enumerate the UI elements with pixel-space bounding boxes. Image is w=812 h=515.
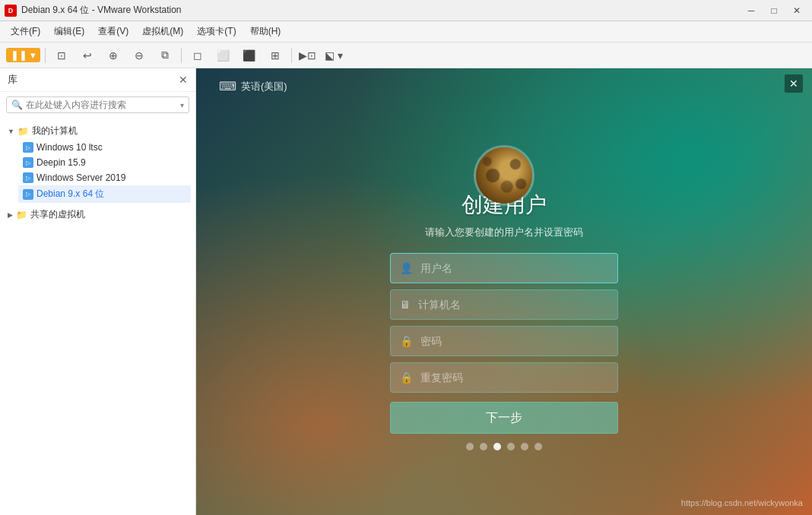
vm-label-win10: Windows 10 ltsc [36, 142, 103, 153]
shared-folder-icon: 📁 [16, 210, 27, 220]
vm-label-deepin: Deepin 15.9 [36, 157, 86, 168]
my-computer-label: 我的计算机 [32, 125, 78, 137]
vm-icon-winserver: ▷ [23, 172, 33, 183]
vm-close-button[interactable]: ✕ [785, 74, 803, 93]
shared-vms-header[interactable]: ▶ 📁 共享的虚拟机 [5, 206, 191, 223]
username-input[interactable] [420, 262, 608, 274]
toolbar-btn-snapshot[interactable]: ⊕ [102, 46, 125, 65]
dot-5 [521, 443, 528, 450]
lock-icon-2: 🔒 [400, 371, 413, 384]
menu-file[interactable]: 文件(F) [5, 23, 46, 40]
repeat-password-field[interactable]: 🔒 [390, 362, 618, 393]
avatar [474, 145, 534, 206]
toolbar-btn-send-keys[interactable]: ↩ [76, 46, 99, 65]
dot-4 [507, 443, 515, 450]
search-dropdown-icon[interactable]: ▾ [180, 101, 184, 109]
vm-label-debian: Debian 9.x 64 位 [36, 188, 104, 201]
toolbar-sep-3 [291, 48, 292, 63]
dot-3 [493, 443, 501, 450]
maximize-button[interactable]: □ [763, 2, 785, 19]
library-panel: 库 ✕ 🔍 ▾ ▼ 📁 我的计算机 ▷ Windows 10 ltsc [0, 68, 196, 515]
toolbar-btn-fullscreen[interactable]: ◻ [186, 46, 209, 65]
dot-2 [480, 443, 487, 450]
password-field[interactable]: 🔒 [390, 326, 618, 356]
repeat-password-input[interactable] [420, 371, 608, 384]
menu-view[interactable]: 查看(V) [92, 23, 135, 40]
toolbar-btn-more[interactable]: ⬕ ▾ [322, 46, 345, 65]
search-icon: 🔍 [11, 100, 23, 110]
vm-label-winserver: Windows Server 2019 [36, 172, 125, 183]
library-title: 库 [8, 73, 17, 87]
my-computer-group: ▼ 📁 我的计算机 ▷ Windows 10 ltsc ▷ Deepin 15.… [0, 121, 195, 204]
window-controls: ─ □ ✕ [741, 2, 807, 19]
computer-name-field[interactable]: 🖥 [390, 289, 618, 320]
password-input[interactable] [420, 335, 608, 347]
computer-icon: 🖥 [400, 299, 411, 311]
vm-display-area[interactable]: ✕ ⌨ 英语(美国) 创建用户 请输入您要创建的用户名并设置密码 👤 🖥 [196, 68, 812, 515]
keyboard-icon: ⌨ [219, 79, 236, 93]
username-field[interactable]: 👤 [390, 253, 618, 283]
toolbar-btn-console[interactable]: ▶⊡ [297, 46, 319, 65]
my-computer-header[interactable]: ▼ 📁 我的计算机 [5, 122, 191, 140]
close-button[interactable]: ✕ [786, 2, 807, 19]
dot-1 [466, 443, 474, 450]
expand-icon: ▼ [8, 128, 14, 135]
lock-icon-1: 🔒 [400, 335, 413, 347]
language-indicator: ⌨ 英语(美国) [219, 79, 287, 93]
library-close-button[interactable]: ✕ [179, 74, 188, 86]
menu-help[interactable]: 帮助(H) [244, 23, 287, 40]
menu-edit[interactable]: 编辑(E) [48, 23, 90, 40]
toolbar-btn-display[interactable]: ⊡ [50, 46, 73, 65]
dot-6 [534, 443, 542, 450]
pause-button[interactable]: ❚❚ ▾ [6, 48, 40, 62]
library-header: 库 ✕ [0, 68, 195, 92]
page-subtitle: 请输入您要创建的用户名并设置密码 [425, 226, 583, 239]
minimize-button[interactable]: ─ [741, 2, 762, 19]
vm-icon-debian: ▷ [23, 189, 33, 200]
folder-icon: 📁 [17, 126, 29, 137]
main-area: 库 ✕ 🔍 ▾ ▼ 📁 我的计算机 ▷ Windows 10 ltsc [0, 68, 812, 515]
avatar-image [476, 147, 532, 204]
toolbar-btn-unity[interactable]: ⬜ [212, 46, 235, 65]
account-form: 👤 🖥 🔒 🔒 下一步 [390, 253, 618, 434]
vm-item-win10[interactable]: ▷ Windows 10 ltsc [18, 140, 191, 155]
app-icon: D [5, 5, 17, 17]
toolbar-btn-revert[interactable]: ⊖ [128, 46, 151, 65]
vm-icon-win10: ▷ [23, 142, 33, 153]
language-label: 英语(美国) [241, 80, 287, 93]
user-icon: 👤 [400, 262, 413, 274]
vm-tree: ▼ 📁 我的计算机 ▷ Windows 10 ltsc ▷ Deepin 15.… [0, 118, 195, 228]
toolbar-sep-2 [181, 48, 182, 63]
vm-item-deepin[interactable]: ▷ Deepin 15.9 [18, 155, 191, 170]
watermark: https://blog.csdn.net/wickywonka [681, 498, 803, 507]
vm-icon-deepin: ▷ [23, 157, 33, 168]
computer-name-input[interactable] [418, 299, 608, 311]
vm-list: ▷ Windows 10 ltsc ▷ Deepin 15.9 ▷ Window… [5, 140, 191, 203]
search-bar[interactable]: 🔍 ▾ [6, 96, 189, 113]
vm-item-winserver[interactable]: ▷ Windows Server 2019 [18, 170, 191, 185]
menu-vm[interactable]: 虚拟机(M) [136, 23, 189, 40]
shared-vms-label: 共享的虚拟机 [30, 208, 85, 221]
menu-bar: 文件(F) 编辑(E) 查看(V) 虚拟机(M) 选项卡(T) 帮助(H) [0, 21, 812, 43]
menu-tab[interactable]: 选项卡(T) [191, 23, 242, 40]
create-account-panel: 创建用户 请输入您要创建的用户名并设置密码 👤 🖥 🔒 🔒 [382, 145, 626, 450]
shared-vms-group: ▶ 📁 共享的虚拟机 [0, 204, 195, 225]
page-indicators [466, 443, 542, 450]
search-input[interactable] [26, 100, 177, 110]
vm-item-debian[interactable]: ▷ Debian 9.x 64 位 [18, 185, 191, 203]
toolbar-btn-snapshot2[interactable]: ⧉ [154, 46, 176, 65]
window-title: Debian 9.x 64 位 - VMware Workstation [21, 4, 736, 17]
toolbar-sep-1 [45, 48, 46, 63]
toolbar-btn-fit[interactable]: ⬛ [238, 46, 261, 65]
shared-expand-icon: ▶ [8, 211, 13, 219]
next-button[interactable]: 下一步 [390, 402, 618, 434]
toolbar: ❚❚ ▾ ⊡ ↩ ⊕ ⊖ ⧉ ◻ ⬜ ⬛ ⊞ ▶⊡ ⬕ ▾ [0, 43, 812, 68]
toolbar-btn-stretch[interactable]: ⊞ [264, 46, 287, 65]
title-bar: D Debian 9.x 64 位 - VMware Workstation ─… [0, 0, 812, 21]
